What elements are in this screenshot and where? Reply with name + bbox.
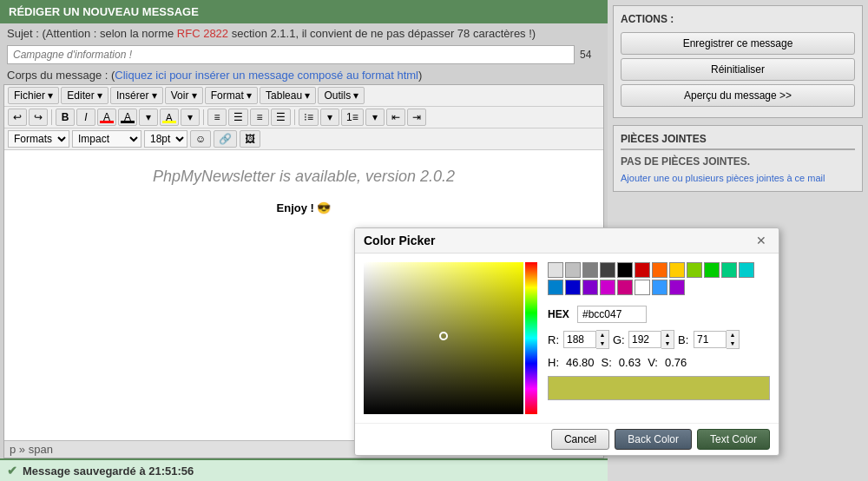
cp-body: HEX R: ▲ ▼ G: [355, 254, 779, 423]
color-swatch[interactable] [669, 262, 685, 278]
b-down[interactable]: ▼ [727, 339, 739, 348]
actions-title: ACTIONS : [621, 13, 855, 25]
cp-header: Color Picker ✕ [355, 228, 779, 254]
cp-preview [548, 376, 770, 400]
bg-color-arrow[interactable]: ▾ [181, 109, 200, 126]
align-right[interactable]: ≡ [250, 109, 269, 126]
color-swatch[interactable] [721, 262, 737, 278]
font-color-arrow[interactable]: ▾ [139, 109, 158, 126]
cp-cancel-btn[interactable]: Cancel [551, 429, 609, 450]
r-spinner-btns: ▲ ▼ [596, 330, 609, 349]
b-up[interactable]: ▲ [727, 331, 739, 339]
color-swatch[interactable] [565, 262, 581, 278]
color-swatch[interactable] [617, 262, 633, 278]
color-swatch[interactable] [582, 280, 598, 295]
pieces-title: PIÈCES JOINTES [621, 133, 855, 150]
color-swatch[interactable] [635, 262, 650, 278]
align-center[interactable]: ☰ [228, 109, 248, 126]
color-swatch[interactable] [739, 262, 754, 278]
menu-format[interactable]: Format ▾ [205, 87, 258, 104]
ol-btn[interactable]: 1≡ [341, 109, 364, 126]
html-mode-link[interactable]: Cliquez ici pour insérer un message comp… [115, 69, 418, 82]
g-input[interactable] [628, 331, 661, 348]
menu-fichier[interactable]: Fichier ▾ [8, 87, 59, 104]
menu-editer[interactable]: Editer ▾ [61, 87, 108, 104]
format-toolbar-1: ↩ ↪ B I A A ▾ A̲ ▾ ≡ ☰ ≡ ☰ ⁝≡ ▾ 1≡ [4, 107, 603, 128]
cp-right: HEX R: ▲ ▼ G: [548, 262, 770, 414]
g-down[interactable]: ▼ [661, 339, 674, 348]
cp-back-color-btn[interactable]: Back Color [615, 429, 692, 450]
ol-arrow[interactable]: ▾ [365, 109, 385, 126]
cp-swatches [548, 262, 770, 295]
menu-voir[interactable]: Voir ▾ [165, 87, 203, 104]
menu-outils[interactable]: Outils ▾ [318, 87, 365, 104]
format-toolbar-2: Formats Impact 18pt ☺ 🔗 🖼 [4, 128, 603, 150]
color-swatch[interactable] [652, 262, 667, 278]
r-down[interactable]: ▼ [596, 339, 608, 348]
ul-btn[interactable]: ⁝≡ [299, 109, 319, 126]
font-color-btn[interactable]: A [118, 109, 137, 126]
r-label: R: [548, 333, 560, 346]
v-label: V: [648, 356, 658, 369]
redo-btn[interactable]: ↪ [29, 109, 48, 126]
color-swatch[interactable] [652, 280, 667, 295]
color-swatch[interactable] [704, 262, 720, 278]
menu-inserer[interactable]: Insérer ▾ [110, 87, 163, 104]
editor-line1: PhpMyNewsletter is available, version 2.… [13, 168, 595, 186]
save-status-bar: ✔ Message sauvegardé à 21:51:56 [0, 458, 608, 481]
color-swatch[interactable] [548, 280, 563, 295]
font-select[interactable]: Impact [72, 130, 141, 148]
format-select[interactable]: Formats [8, 130, 69, 148]
link-btn[interactable]: 🔗 [214, 130, 237, 148]
color-swatch[interactable] [600, 262, 615, 278]
outdent-btn[interactable]: ⇤ [386, 109, 405, 126]
ul-arrow[interactable]: ▾ [320, 109, 339, 126]
color-swatch[interactable] [548, 262, 563, 278]
menu-tableau[interactable]: Tableau ▾ [260, 87, 316, 104]
image-btn[interactable]: 🖼 [240, 130, 260, 148]
color-picker-modal: Color Picker ✕ HEX [354, 227, 779, 456]
reset-btn[interactable]: Réinitialiser [621, 58, 855, 81]
color-swatch[interactable] [582, 262, 598, 278]
b-label: B: [678, 333, 690, 346]
highlight-color-btn[interactable]: A [97, 109, 116, 126]
g-up[interactable]: ▲ [661, 331, 674, 339]
cp-text-color-btn[interactable]: Text Color [697, 429, 770, 450]
add-pieces-link[interactable]: Ajouter une ou plusieurs pièces jointes … [621, 173, 825, 183]
subject-input[interactable] [7, 45, 575, 64]
cp-close-btn[interactable]: ✕ [753, 234, 770, 247]
v-value: 0.76 [665, 356, 687, 369]
sep3 [294, 109, 295, 125]
bg-color-btn[interactable]: A̲ [160, 109, 179, 126]
subject-notice: Sujet : (Attention : selon la norme RFC … [0, 23, 608, 43]
preview-btn[interactable]: Aperçu du message >> [621, 84, 855, 107]
hue-slider[interactable] [525, 262, 537, 414]
color-swatch[interactable] [617, 280, 633, 295]
cp-footer: Cancel Back Color Text Color [355, 423, 779, 455]
color-swatch[interactable] [600, 280, 615, 295]
color-swatch[interactable] [687, 262, 702, 278]
bold-btn[interactable]: B [56, 109, 75, 126]
r-input[interactable] [563, 331, 596, 348]
h-value: 46.80 [566, 356, 595, 369]
body-label: Corps du message : (Cliquez ici pour ins… [0, 66, 608, 84]
r-spinner: ▲ ▼ [563, 330, 609, 349]
page-header: RÉDIGER UN NOUVEAU MESSAGE [0, 0, 608, 23]
size-select[interactable]: 18pt [144, 130, 187, 148]
cp-gradient-area[interactable] [364, 262, 537, 414]
indent-btn[interactable]: ⇥ [407, 109, 426, 126]
cp-hex-input[interactable] [577, 306, 647, 323]
color-swatch[interactable] [635, 280, 650, 295]
color-swatch[interactable] [565, 280, 581, 295]
italic-btn[interactable]: I [76, 109, 95, 126]
sep1 [51, 109, 52, 125]
rfc-link[interactable]: RFC 2822 [177, 27, 228, 40]
emoji-btn[interactable]: ☺ [190, 130, 211, 148]
save-message-btn[interactable]: Enregistrer ce message [621, 32, 855, 55]
b-input[interactable] [694, 331, 727, 348]
align-justify[interactable]: ☰ [271, 109, 291, 126]
undo-btn[interactable]: ↩ [8, 109, 27, 126]
align-left[interactable]: ≡ [207, 109, 227, 126]
r-up[interactable]: ▲ [596, 331, 608, 339]
color-swatch[interactable] [669, 280, 685, 295]
